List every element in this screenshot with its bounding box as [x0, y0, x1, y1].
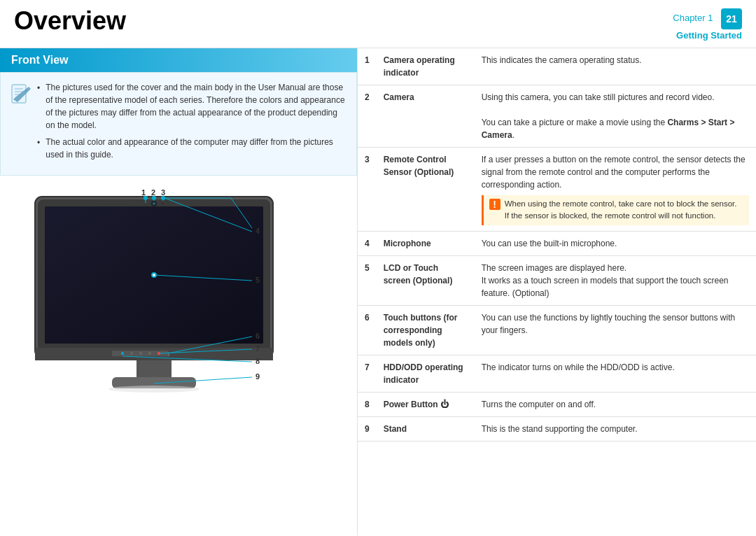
row-desc: The indicator turns on while the HDD/ODD…: [475, 355, 756, 392]
row-label: LCD or Touch screen (Optional): [377, 255, 475, 305]
svg-text:1: 1: [141, 188, 146, 197]
row-desc: Turns the computer on and off.: [475, 392, 756, 416]
row-desc: You can use the functions by lightly tou…: [475, 305, 756, 355]
table-row: 1 Camera operating indicator This indica…: [358, 48, 756, 85]
row-number: 4: [358, 231, 377, 255]
page-header: Overview Chapter 1 21 Getting Started: [0, 0, 756, 48]
left-panel: Front View • The pictures: [0, 48, 357, 535]
note-text-2: The actual color and appearance of the c…: [46, 136, 345, 161]
svg-point-41: [152, 196, 156, 200]
svg-text:9: 9: [255, 372, 260, 381]
row-number: 8: [358, 392, 377, 416]
computer-illustration-area: SAMSUNG: [0, 176, 357, 409]
note-item-1: • The pictures used for the cover and th…: [37, 81, 345, 132]
svg-point-12: [130, 352, 133, 355]
warning-text: When using the remote control, take care…: [505, 198, 737, 223]
note-item-2: • The actual color and appearance of the…: [37, 136, 345, 161]
front-view-title: Front View: [11, 54, 69, 66]
row-desc: This is the stand supporting the compute…: [475, 416, 756, 441]
row-label: Touch buttons (for corresponding models …: [377, 305, 475, 355]
svg-point-13: [139, 352, 142, 355]
table-row: 7 HDD/ODD operating indicator The indica…: [358, 355, 756, 392]
table-row: 3 Remote Control Sensor (Optional) If a …: [358, 148, 756, 232]
front-view-note: • The pictures used for the cover and th…: [0, 72, 357, 176]
svg-text:4: 4: [255, 227, 260, 235]
row-label: Microphone: [377, 231, 475, 255]
row-label: HDD/ODD operating indicator: [377, 355, 475, 392]
row-desc: Using this camera, you can take still pi…: [475, 85, 756, 148]
note-text-1: The pictures used for the cover and the …: [46, 81, 345, 132]
front-view-header: Front View: [0, 48, 357, 72]
chapter-info: Chapter 1 21 Getting Started: [673, 8, 742, 42]
computer-svg: SAMSUNG: [14, 183, 336, 407]
chapter-label: Chapter 1: [673, 13, 713, 23]
svg-point-40: [144, 196, 148, 200]
svg-rect-16: [136, 360, 172, 378]
row-label: Camera operating indicator: [377, 48, 475, 85]
page-title: Overview: [14, 8, 126, 34]
svg-text:7: 7: [255, 344, 260, 353]
row-number: 5: [358, 255, 377, 305]
row-number: 2: [358, 85, 377, 148]
row-number: 1: [358, 48, 377, 85]
svg-point-39: [153, 274, 155, 276]
svg-text:8: 8: [255, 357, 260, 365]
table-row: 4 Microphone You can use the built-in mi…: [358, 231, 756, 255]
table-row: 2 Camera Using this camera, you can take…: [358, 85, 756, 148]
page-number: 21: [721, 8, 742, 29]
warning-box: ! When using the remote control, take ca…: [482, 195, 749, 225]
row-label: Camera: [377, 85, 475, 148]
row-label: Power Button ⏻: [377, 392, 475, 416]
svg-text:2: 2: [151, 188, 155, 197]
row-number: 3: [358, 148, 377, 232]
row-desc: You can use the built-in microphone.: [475, 231, 756, 255]
row-desc: If a user presses a button on the remote…: [475, 148, 756, 232]
table-row: 6 Touch buttons (for corresponding model…: [358, 305, 756, 355]
warning-icon: !: [489, 199, 500, 210]
right-panel: 1 Camera operating indicator This indica…: [357, 48, 756, 535]
table-row: 5 LCD or Touch screen (Optional) The scr…: [358, 255, 756, 305]
row-number: 9: [358, 416, 377, 441]
row-label: Stand: [377, 416, 475, 441]
svg-text:3: 3: [161, 188, 165, 197]
row-number: 6: [358, 305, 377, 355]
chapter-subtitle: Getting Started: [676, 30, 742, 41]
svg-point-14: [148, 352, 151, 355]
svg-point-11: [121, 352, 124, 355]
info-table: 1 Camera operating indicator This indica…: [358, 48, 756, 442]
table-row: 8 Power Button ⏻ Turns the computer on a…: [358, 392, 756, 416]
svg-point-20: [153, 202, 155, 205]
svg-text:6: 6: [255, 332, 260, 340]
row-number: 7: [358, 355, 377, 392]
svg-point-18: [108, 386, 200, 393]
table-row: 9 Stand This is the stand supporting the…: [358, 416, 756, 441]
main-content: Front View • The pictures: [0, 48, 756, 535]
row-desc: This indicates the camera operating stat…: [475, 48, 756, 85]
svg-text:5: 5: [255, 276, 260, 284]
row-desc: The screen images are displayed here. It…: [475, 255, 756, 305]
row-label: Remote Control Sensor (Optional): [377, 148, 475, 232]
svg-point-22: [161, 202, 164, 205]
